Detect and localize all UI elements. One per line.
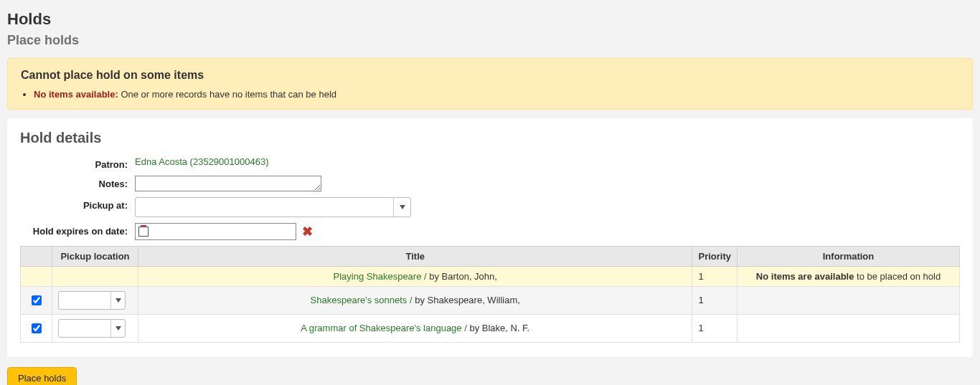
row-checkbox[interactable]	[32, 295, 42, 305]
info-cell: No items are available to be placed on h…	[738, 266, 960, 286]
col-information: Information	[738, 246, 960, 266]
notes-row: Notes:	[20, 176, 960, 191]
alert-heading: Cannot place hold on some items	[21, 69, 959, 82]
chevron-down-icon	[393, 198, 410, 217]
checkbox-cell	[21, 286, 52, 314]
info-rest: to be placed on hold	[854, 271, 941, 282]
byline-text: by Blake, N. F.	[469, 323, 529, 333]
priority-cell: 1	[692, 286, 738, 314]
checkbox-cell	[21, 266, 52, 286]
alert-item: No items available: One or more records …	[34, 87, 959, 102]
alert-no-items-label: No items available:	[34, 89, 118, 100]
place-holds-button[interactable]: Place holds	[7, 367, 77, 386]
table-header-row: Pickup location Title Priority Informati…	[21, 246, 960, 266]
notes-input[interactable]	[135, 176, 321, 191]
page-subtitle: Place holds	[7, 33, 973, 48]
hold-details-panel: Hold details Patron: Edna Acosta (235290…	[7, 118, 973, 357]
row-pickup-select[interactable]	[58, 319, 126, 338]
col-priority: Priority	[692, 246, 738, 266]
title-link[interactable]: Playing Shakespeare /	[334, 271, 430, 282]
pickup-cell	[52, 286, 138, 314]
title-cell: Playing Shakespeare / by Barton, John,	[138, 266, 692, 286]
info-cell	[738, 286, 960, 314]
notes-label: Notes:	[20, 176, 135, 189]
holds-table: Pickup location Title Priority Informati…	[20, 246, 960, 343]
expires-date-input[interactable]	[135, 223, 296, 240]
hold-details-heading: Hold details	[20, 130, 960, 146]
col-checkbox	[21, 246, 52, 266]
pickup-select[interactable]	[135, 197, 411, 217]
priority-cell: 1	[692, 266, 738, 286]
table-row: Shakespeare's sonnets / by Shakespeare, …	[21, 286, 960, 314]
title-link[interactable]: Shakespeare's sonnets /	[311, 295, 415, 305]
pickup-row: Pickup at:	[20, 197, 960, 217]
checkbox-cell	[21, 314, 52, 342]
patron-row: Patron: Edna Acosta (23529001000463)	[20, 156, 960, 170]
chevron-down-icon	[110, 292, 125, 309]
row-checkbox[interactable]	[32, 323, 42, 333]
pickup-cell	[52, 314, 138, 342]
patron-link[interactable]: Edna Acosta (23529001000463)	[135, 156, 269, 167]
title-link[interactable]: A grammar of Shakespeare's language /	[301, 323, 469, 333]
expires-label: Hold expires on date:	[20, 223, 135, 237]
table-row: Playing Shakespeare / by Barton, John,1N…	[21, 266, 960, 286]
alert-no-items-text: One or more records have no items that c…	[118, 89, 336, 100]
col-pickup: Pickup location	[52, 246, 138, 266]
title-cell: A grammar of Shakespeare's language / by…	[138, 314, 692, 342]
calendar-icon	[138, 227, 149, 237]
warning-alert: Cannot place hold on some items No items…	[7, 58, 973, 110]
byline-text: by Barton, John,	[429, 271, 497, 282]
pickup-label: Pickup at:	[20, 197, 135, 211]
clear-date-icon[interactable]: ✖	[302, 225, 313, 238]
patron-label: Patron:	[20, 156, 135, 170]
info-cell	[738, 314, 960, 342]
priority-cell: 1	[692, 314, 738, 342]
table-row: A grammar of Shakespeare's language / by…	[21, 314, 960, 342]
pickup-cell	[52, 266, 138, 286]
col-title: Title	[138, 246, 692, 266]
page-title: Holds	[7, 10, 973, 29]
expires-row: Hold expires on date: ✖	[20, 223, 960, 240]
title-cell: Shakespeare's sonnets / by Shakespeare, …	[138, 286, 692, 314]
byline-text: by Shakespeare, William,	[415, 295, 520, 305]
chevron-down-icon	[110, 320, 125, 337]
info-bold: No items are available	[756, 271, 854, 282]
row-pickup-select[interactable]	[58, 291, 126, 310]
